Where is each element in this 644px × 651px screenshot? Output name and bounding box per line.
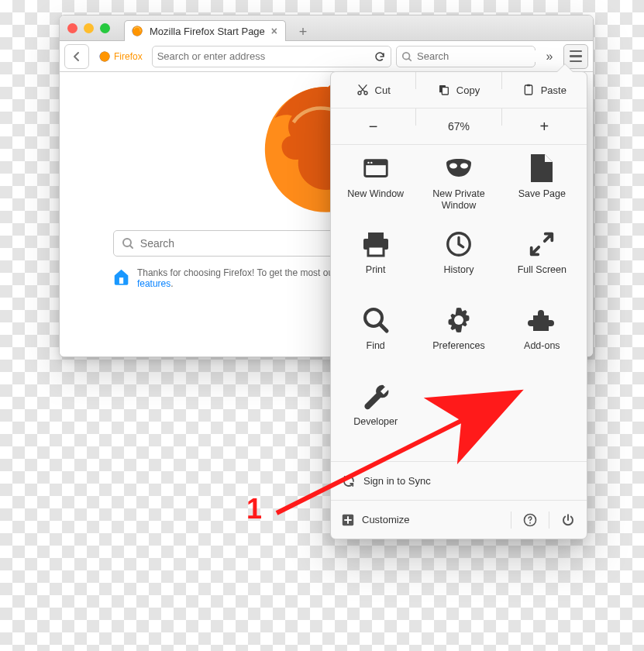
menu-customize[interactable]: Customize bbox=[331, 514, 511, 526]
magnifier-icon bbox=[360, 305, 391, 336]
svg-point-17 bbox=[460, 164, 468, 169]
paste-icon bbox=[522, 84, 535, 96]
identity-label: Firefox bbox=[114, 51, 143, 62]
back-button[interactable] bbox=[64, 44, 89, 69]
app-menu-panel: Cut Copy Paste − 67% + New Windo bbox=[330, 71, 587, 539]
menu-help[interactable] bbox=[511, 513, 549, 527]
url-input[interactable] bbox=[157, 50, 367, 62]
svg-rect-10 bbox=[525, 85, 532, 95]
svg-point-14 bbox=[367, 162, 369, 164]
menu-fullscreen[interactable]: Full Screen bbox=[501, 229, 584, 305]
navigation-toolbar: Firefox » bbox=[60, 41, 593, 72]
fullscreen-icon bbox=[526, 229, 557, 260]
new-tab-button[interactable]: + bbox=[294, 24, 312, 40]
browser-tab-active[interactable]: Mozilla Firefox Start Page × bbox=[124, 20, 286, 41]
search-icon bbox=[122, 237, 134, 250]
menu-new-private-window[interactable]: New Private Window bbox=[417, 153, 500, 229]
menu-save-page[interactable]: Save Page bbox=[501, 153, 584, 229]
menu-developer[interactable]: Developer bbox=[334, 381, 417, 456]
wrench-icon bbox=[360, 381, 391, 412]
firefox-icon bbox=[98, 50, 111, 63]
svg-point-23 bbox=[454, 315, 463, 325]
menu-addons[interactable]: Add-ons bbox=[501, 305, 584, 381]
puzzle-icon bbox=[526, 305, 557, 336]
fullscreen-window-button[interactable] bbox=[100, 23, 110, 33]
svg-rect-9 bbox=[442, 88, 448, 95]
reload-icon[interactable] bbox=[374, 50, 386, 63]
minimize-window-button[interactable] bbox=[84, 23, 94, 33]
menu-copy[interactable]: Copy bbox=[416, 72, 501, 108]
zoom-row: − 67% + bbox=[331, 108, 587, 145]
menu-paste[interactable]: Paste bbox=[502, 72, 587, 108]
printer-icon bbox=[360, 229, 391, 260]
annotation-step-number: 1 bbox=[246, 493, 262, 525]
menu-find[interactable]: Find bbox=[334, 305, 417, 381]
search-icon bbox=[401, 51, 412, 62]
menu-quit[interactable] bbox=[549, 513, 587, 527]
menu-new-window[interactable]: New Window bbox=[334, 153, 417, 229]
site-identity[interactable]: Firefox bbox=[94, 50, 147, 63]
mask-icon bbox=[443, 153, 474, 184]
zoom-out-button[interactable]: − bbox=[331, 108, 415, 144]
firefox-favicon-icon bbox=[131, 25, 143, 37]
gear-icon bbox=[443, 305, 474, 336]
toolbar-search-input[interactable] bbox=[417, 50, 547, 62]
svg-rect-20 bbox=[368, 246, 384, 256]
overflow-chevron-icon[interactable]: » bbox=[540, 50, 559, 64]
menu-footer: Customize bbox=[331, 500, 587, 539]
menu-cut[interactable]: Cut bbox=[331, 72, 415, 108]
menu-grid: New Window New Private Window Save Page … bbox=[331, 145, 587, 461]
tabstrip: Mozilla Firefox Start Page × + bbox=[124, 16, 312, 40]
svg-rect-11 bbox=[527, 84, 530, 87]
svg-rect-5 bbox=[119, 277, 123, 284]
traffic-lights bbox=[60, 23, 110, 33]
svg-rect-18 bbox=[368, 232, 384, 239]
close-window-button[interactable] bbox=[67, 23, 77, 33]
zoom-in-button[interactable]: + bbox=[502, 108, 587, 144]
clock-icon bbox=[443, 229, 474, 260]
menu-history[interactable]: History bbox=[417, 229, 500, 305]
tab-close-icon[interactable]: × bbox=[271, 25, 277, 37]
menu-sync[interactable]: Sign in to Sync bbox=[331, 461, 587, 500]
svg-point-16 bbox=[449, 164, 457, 169]
toolbar-search-bar[interactable] bbox=[396, 46, 536, 67]
clipboard-row: Cut Copy Paste bbox=[331, 72, 587, 108]
svg-point-26 bbox=[529, 522, 531, 523]
page-icon bbox=[526, 153, 557, 184]
copy-icon bbox=[438, 84, 450, 96]
sync-icon bbox=[342, 474, 356, 488]
window-titlebar: Mozilla Firefox Start Page × + bbox=[60, 16, 593, 41]
svg-point-15 bbox=[370, 162, 372, 164]
url-bar[interactable] bbox=[152, 46, 391, 67]
zoom-value[interactable]: 67% bbox=[416, 108, 501, 144]
menu-print[interactable]: Print bbox=[334, 229, 417, 305]
menu-preferences[interactable]: Preferences bbox=[417, 305, 500, 381]
panel-arrow bbox=[557, 64, 573, 72]
home-badge-icon bbox=[113, 267, 129, 288]
window-icon bbox=[360, 153, 391, 184]
plus-box-icon bbox=[342, 514, 354, 526]
scissors-icon bbox=[356, 84, 369, 96]
tab-title: Mozilla Firefox Start Page bbox=[150, 26, 265, 37]
